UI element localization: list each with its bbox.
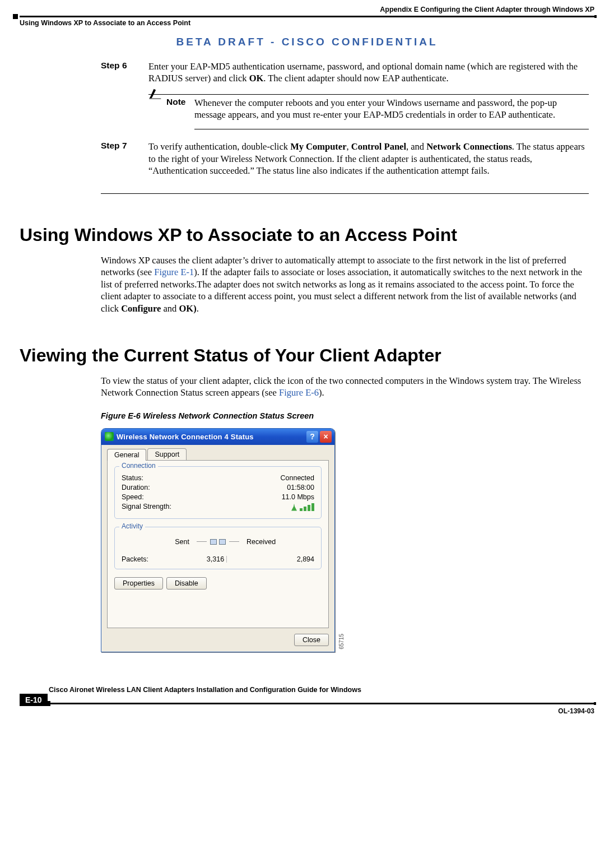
disable-button[interactable]: Disable: [166, 577, 207, 590]
duration-label: Duration:: [122, 484, 218, 491]
group-connection: Connection Status: Connected Duration: 0…: [114, 466, 322, 519]
note-block: Note Whenever the computer reboots and y…: [148, 94, 589, 125]
packets-received-value: 2,894: [250, 555, 314, 563]
dialog-title: Wireless Network Connection 4 Status: [117, 433, 305, 441]
figure-caption: Figure E-6 Wireless Network Connection S…: [20, 411, 594, 420]
step-7-mid1: ,: [347, 141, 351, 152]
running-header: Appendix E Configuring the Client Adapte…: [20, 6, 594, 15]
step-7-b2: Control Panel: [351, 141, 406, 152]
divider: [226, 556, 227, 563]
properties-button[interactable]: Properties: [114, 577, 163, 590]
header-rule: [20, 16, 594, 17]
received-label: Received: [241, 538, 289, 546]
activity-computers-icon: [208, 534, 227, 550]
dialog-titlebar[interactable]: Wireless Network Connection 4 Status ? ×: [101, 429, 334, 445]
signal-label: Signal Strength:: [122, 503, 218, 511]
help-button[interactable]: ?: [306, 431, 318, 443]
note-text: Whenever the computer reboots and you en…: [194, 95, 589, 125]
step-6-text-b: . The client adapter should now EAP auth…: [263, 73, 448, 83]
para1-b2: OK): [179, 303, 196, 314]
close-dialog-button[interactable]: Close: [294, 634, 329, 646]
step-7: Step 7 To verify authentication, double-…: [20, 141, 594, 193]
signal-bars-icon: [291, 503, 314, 511]
duration-value: 01:58:00: [218, 484, 314, 491]
wireless-icon: [105, 432, 114, 441]
tab-support[interactable]: Support: [147, 448, 187, 460]
para-status: To view the status of your client adapte…: [20, 375, 594, 399]
page: Appendix E Configuring the Client Adapte…: [0, 0, 614, 726]
group-activity: Activity Sent Received Packets: 3,316 2,: [114, 527, 322, 569]
close-button[interactable]: ×: [320, 431, 332, 443]
packets-sent-value: 3,316: [207, 555, 224, 563]
signal-strength-indicator: [218, 503, 314, 511]
para1-t3: and: [161, 303, 179, 314]
step-6-label: Step 6: [101, 61, 148, 84]
link-figure-e6[interactable]: Figure E-6: [279, 387, 319, 398]
page-number: E-10: [20, 694, 48, 706]
step-7-body: To verify authentication, double-click M…: [148, 141, 589, 176]
appendix-title: Appendix E Configuring the Client Adapte…: [380, 6, 594, 13]
button-row: Properties Disable: [114, 577, 322, 590]
speed-label: Speed:: [122, 493, 218, 501]
step-7-b1: My Computer: [290, 141, 346, 152]
group-connection-legend: Connection: [119, 462, 158, 470]
step-6: Step 6 Enter your EAP-MD5 authentication…: [20, 61, 594, 125]
page-footer: Cisco Aironet Wireless LAN Client Adapte…: [20, 684, 594, 715]
para1-b1: Configure: [121, 303, 161, 314]
para2-t2: ).: [319, 387, 324, 398]
para2-t1: To view the status of your client adapte…: [101, 375, 581, 398]
tab-general[interactable]: General: [107, 449, 146, 461]
dialog-body: General Support Connection Status: Conne…: [101, 445, 334, 652]
status-value: Connected: [218, 474, 314, 482]
step-7-b3: Network Connections: [426, 141, 512, 152]
footer-doc-number: OL-1394-03: [20, 706, 594, 715]
note-label: Note: [166, 95, 194, 107]
status-label: Status:: [122, 474, 218, 482]
sent-label: Sent: [147, 538, 195, 546]
para-associate: Windows XP causes the client adapter’s d…: [20, 254, 594, 314]
step-6-ok: OK: [249, 73, 264, 83]
figure-image-id: 65715: [338, 634, 345, 649]
speed-value: 11.0 Mbps: [218, 493, 314, 501]
heading-status: Viewing the Current Status of Your Clien…: [20, 345, 594, 366]
group-activity-legend: Activity: [119, 522, 145, 530]
status-dialog: Wireless Network Connection 4 Status ? ×…: [101, 428, 335, 652]
confidential-banner: BETA DRAFT - CISCO CONFIDENTIAL: [20, 36, 594, 48]
tab-panel: Connection Status: Connected Duration: 0…: [107, 460, 329, 628]
footer-rule: [48, 703, 594, 704]
step-7-pre: To verify authentication, double-click: [148, 141, 290, 152]
tab-strip: General Support: [107, 448, 329, 460]
step-7-mid2: , and: [406, 141, 426, 152]
header-section: Using Windows XP to Associate to an Acce…: [20, 17, 594, 27]
step-6-body: Enter your EAP-MD5 authentication userna…: [148, 61, 589, 84]
link-figure-e1[interactable]: Figure E-1: [154, 267, 194, 277]
footer-book-title: Cisco Aironet Wireless LAN Client Adapte…: [20, 684, 594, 694]
para1-t4: .: [197, 303, 199, 314]
pencil-note-icon: [148, 87, 166, 101]
section-end-rule: [101, 193, 589, 194]
packets-label: Packets:: [122, 555, 186, 563]
heading-associate: Using Windows XP to Associate to an Acce…: [20, 225, 594, 245]
step-7-label: Step 7: [101, 141, 148, 176]
